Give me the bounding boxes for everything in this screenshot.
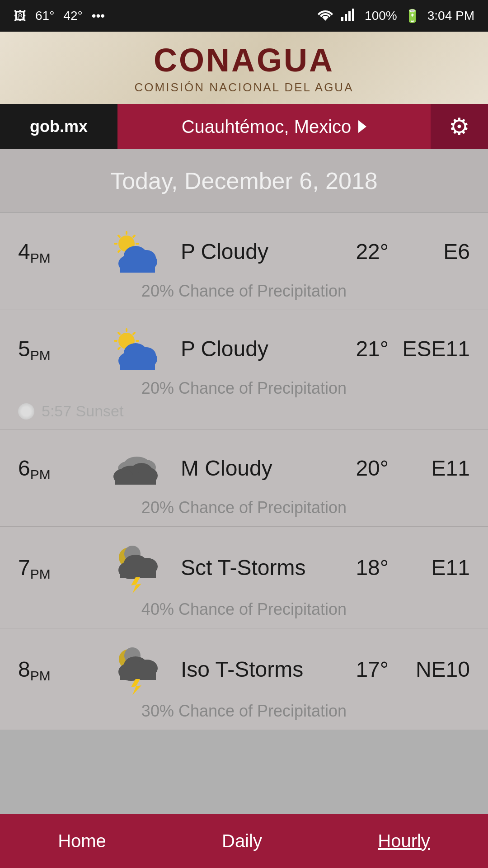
weather-icon-3 (99, 540, 172, 594)
weather-temp-0: 22° (316, 239, 389, 264)
weather-wind-4: NE10 (389, 657, 470, 682)
location-arrow-icon (358, 120, 366, 133)
status-right: 100% 🔋 3:04 PM (317, 8, 474, 24)
precip-3: 40% Chance of Precipitation (18, 600, 470, 619)
precip-2: 20% Chance of Precipitation (18, 498, 470, 517)
weather-wind-1: ESE11 (389, 336, 470, 361)
svg-marker-56 (131, 679, 141, 695)
weather-temp-3: 18° (316, 555, 389, 580)
svg-rect-31 (120, 359, 155, 370)
battery-icon: 🔋 (404, 9, 420, 24)
weather-desc-4: Iso T-Storms (172, 657, 316, 682)
weather-icon-2 (99, 443, 172, 493)
gob-logo: gob.mx (0, 104, 117, 149)
weather-temp-1: 21° (316, 336, 389, 361)
time-label-4: 8PM (18, 657, 99, 682)
more-icon: ••• (92, 9, 105, 23)
wifi-icon (317, 8, 334, 24)
weather-row: 6PM M Cloudy 20° E11 20% Chance of Preci… (0, 429, 488, 527)
sunset-label: 5:57 Sunset (42, 402, 123, 420)
bottom-navigation: Home Daily Hourly (0, 814, 488, 868)
precip-0: 20% Chance of Precipitation (18, 282, 470, 301)
temp-display: 61° (35, 9, 54, 23)
svg-line-9 (118, 236, 120, 237)
location-bar[interactable]: Cuauhtémoc, Mexico (117, 104, 431, 149)
date-label: Today, December 6, 2018 (110, 168, 378, 194)
weather-row: 7PM Sct T-Storms 18° E11 40% Chance of P… (0, 527, 488, 628)
weather-desc-0: P Cloudy (172, 239, 316, 264)
svg-line-25 (133, 333, 135, 334)
weather-list: 4PM P Cloudy 22° E6 (0, 213, 488, 730)
time-label-3: 7PM (18, 555, 99, 580)
weather-main-0: 4PM P Cloudy 22° E6 (18, 226, 470, 276)
svg-line-26 (118, 348, 120, 349)
weather-desc-3: Sct T-Storms (172, 555, 316, 580)
svg-line-12 (118, 250, 120, 252)
precip-1: 20% Chance of Precipitation (18, 379, 470, 398)
svg-rect-17 (120, 262, 155, 273)
date-header: Today, December 6, 2018 (0, 149, 488, 213)
precip-4: 30% Chance of Precipitation (18, 702, 470, 721)
svg-line-23 (118, 333, 120, 334)
gear-icon: ⚙ (449, 113, 470, 140)
weather-temp-2: 20° (316, 456, 389, 481)
status-left: 🖼 61° 42° ••• (14, 9, 105, 24)
weather-desc-1: P Cloudy (172, 336, 316, 361)
weather-icon-1 (99, 324, 172, 373)
svg-rect-40 (115, 475, 156, 485)
svg-marker-48 (131, 577, 141, 594)
sunset-row: 5:57 Sunset (18, 398, 470, 420)
svg-rect-0 (341, 17, 343, 21)
weather-row: 8PM Iso T-Storms 17° NE10 30% Chance of … (0, 628, 488, 730)
weather-main-1: 5PM P Cloudy 21° ESE11 (18, 324, 470, 373)
time-label-2: 6PM (18, 456, 99, 481)
weather-wind-0: E6 (389, 239, 470, 264)
battery-label: 100% (365, 9, 397, 23)
weather-icon-0 (99, 226, 172, 276)
signal-icon (341, 8, 357, 24)
weather-row: 4PM P Cloudy 22° E6 (0, 213, 488, 310)
svg-line-11 (133, 236, 135, 237)
status-bar: 🖼 61° 42° ••• 100% 🔋 3:04 PM (0, 0, 488, 32)
header-bar: gob.mx Cuauhtémoc, Mexico ⚙ (0, 104, 488, 149)
svg-rect-3 (352, 9, 354, 21)
banner-subtitle: COMISIÓN NACIONAL DEL AGUA (135, 80, 354, 94)
sunset-icon (18, 403, 34, 420)
nav-daily[interactable]: Daily (195, 826, 289, 856)
svg-rect-55 (120, 670, 156, 680)
settings-button[interactable]: ⚙ (431, 104, 488, 149)
svg-rect-2 (348, 11, 351, 21)
alt-temp-display: 42° (63, 9, 82, 23)
weather-row: 5PM P Cloudy 21° ESE11 (0, 310, 488, 429)
weather-wind-2: E11 (389, 456, 470, 481)
location-label: Cuauhtémoc, Mexico (182, 117, 352, 137)
weather-desc-2: M Cloudy (172, 456, 316, 481)
banner-title: CONAGUA (154, 42, 334, 79)
svg-rect-47 (120, 568, 156, 578)
nav-hourly[interactable]: Hourly (351, 826, 457, 856)
conagua-banner: CONAGUA COMISIÓN NACIONAL DEL AGUA (0, 32, 488, 104)
time-display: 3:04 PM (427, 9, 474, 23)
photo-icon: 🖼 (14, 9, 26, 24)
time-label-0: 4PM (18, 239, 99, 264)
weather-main-4: 8PM Iso T-Storms 17° NE10 (18, 642, 470, 696)
nav-home[interactable]: Home (31, 826, 133, 856)
svg-rect-1 (345, 14, 347, 21)
weather-temp-4: 17° (316, 657, 389, 682)
gob-label: gob.mx (30, 117, 88, 136)
weather-main-3: 7PM Sct T-Storms 18° E11 (18, 540, 470, 594)
weather-wind-3: E11 (389, 555, 470, 580)
time-label-1: 5PM (18, 336, 99, 361)
weather-main-2: 6PM M Cloudy 20° E11 (18, 443, 470, 493)
weather-icon-4 (99, 642, 172, 696)
